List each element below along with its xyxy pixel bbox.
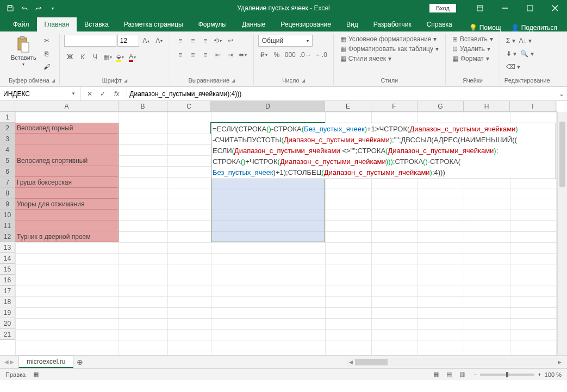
zoom-out-icon[interactable]: −	[473, 371, 477, 378]
ribbon-options-icon[interactable]	[468, 0, 492, 16]
qat-dropdown-icon[interactable]: ▾	[47, 2, 59, 14]
align-top-icon[interactable]: ≡	[175, 35, 186, 47]
close-icon[interactable]	[543, 0, 567, 16]
tab-home[interactable]: Главная	[37, 17, 77, 31]
cell[interactable]	[15, 134, 119, 144]
column-header[interactable]: E	[325, 101, 371, 111]
row-header[interactable]: 15	[0, 264, 15, 275]
decrease-indent-icon[interactable]: ⇤	[212, 49, 224, 61]
font-name-input[interactable]	[64, 35, 116, 47]
row-header[interactable]: 1	[0, 112, 15, 123]
row-header[interactable]: 4	[0, 144, 15, 155]
cell[interactable]: Велосипед горный	[15, 123, 119, 134]
delete-cells-button[interactable]: ⊟Удалить ▾	[450, 45, 495, 53]
zoom-slider[interactable]	[480, 374, 534, 376]
tab-file[interactable]: Файл	[5, 17, 37, 31]
merge-icon[interactable]: ⬌▾	[237, 49, 249, 61]
dialog-launcher-icon[interactable]: ◢	[232, 78, 235, 83]
row-header[interactable]: 20	[0, 318, 15, 329]
macro-record-icon[interactable]: ▦	[33, 371, 39, 378]
page-layout-view-icon[interactable]: ▤	[443, 370, 455, 380]
cell[interactable]: Упоры для отжимания	[15, 199, 119, 210]
tab-data[interactable]: Данные	[234, 17, 273, 31]
row-header[interactable]: 13	[0, 242, 15, 253]
bold-button[interactable]: Ж	[64, 51, 76, 63]
conditional-format-button[interactable]: ▦Условное форматирование ▾	[338, 35, 441, 43]
page-break-view-icon[interactable]: ▥	[456, 370, 468, 380]
row-header[interactable]: 7	[0, 177, 15, 188]
row-header[interactable]: 14	[0, 253, 15, 264]
scroll-left-icon[interactable]: ◀	[346, 359, 355, 365]
cell[interactable]	[15, 188, 119, 199]
decrease-font-icon[interactable]: A▾	[153, 35, 165, 47]
row-header[interactable]: 18	[0, 296, 15, 307]
insert-cells-button[interactable]: ⊞Вставить ▾	[450, 35, 495, 43]
increase-indent-icon[interactable]: ⇥	[225, 49, 236, 61]
align-middle-icon[interactable]: ≡	[187, 35, 199, 47]
row-header[interactable]: 6	[0, 166, 15, 177]
comma-icon[interactable]: 000	[283, 49, 297, 61]
font-color-icon[interactable]: A▾	[127, 51, 139, 63]
tab-insert[interactable]: Вставка	[77, 17, 116, 31]
orientation-icon[interactable]: ⟲▾	[212, 35, 224, 47]
column-header[interactable]: G	[418, 101, 464, 111]
align-bottom-icon[interactable]: ≡	[200, 35, 211, 47]
column-header[interactable]: A	[15, 101, 119, 111]
fill-icon[interactable]: ⬇ ▾	[504, 48, 518, 60]
align-left-icon[interactable]: ≡	[175, 49, 186, 61]
expand-formula-bar-icon[interactable]: ⌄	[556, 90, 567, 98]
dialog-launcher-icon[interactable]: ◢	[124, 78, 127, 83]
normal-view-icon[interactable]: ▦	[430, 370, 442, 380]
column-header[interactable]: F	[371, 101, 418, 111]
cell[interactable]: Турник в дверной проем	[15, 231, 119, 242]
percent-icon[interactable]: %	[271, 49, 283, 61]
autosum-icon[interactable]: Σ ▾	[504, 35, 517, 47]
find-icon[interactable]: 🔍 ▾	[519, 48, 535, 60]
row-header[interactable]: 5	[0, 155, 15, 166]
paste-button[interactable]: Вставить ▾	[9, 35, 39, 68]
horizontal-scrollbar[interactable]: ◀ ▶	[346, 358, 564, 366]
zoom-control[interactable]: − + 100 %	[473, 371, 562, 378]
row-header[interactable]: 10	[0, 210, 15, 220]
row-header[interactable]: 9	[0, 199, 15, 210]
borders-icon[interactable]: ▦▾	[102, 51, 114, 63]
worksheet-grid[interactable]: ABCDEFGHI 123456789101112131415161718192…	[0, 101, 567, 355]
scroll-right-icon[interactable]: ▶	[555, 359, 564, 365]
row-header[interactable]: 2	[0, 123, 15, 134]
minimize-icon[interactable]	[493, 0, 517, 16]
row-header[interactable]: 17	[0, 286, 15, 296]
cell[interactable]	[15, 210, 119, 220]
login-button[interactable]: Вход	[429, 4, 456, 12]
redo-icon[interactable]	[33, 2, 45, 14]
column-header[interactable]: C	[167, 101, 211, 111]
font-size-input[interactable]	[117, 35, 139, 47]
clear-icon[interactable]: ⌫ ▾	[504, 61, 522, 73]
format-cells-button[interactable]: ▦Формат ▾	[450, 54, 495, 63]
name-box-input[interactable]	[2, 89, 69, 99]
save-icon[interactable]	[4, 2, 16, 14]
align-right-icon[interactable]: ≡	[200, 49, 211, 61]
column-header[interactable]: H	[464, 101, 510, 111]
cut-icon[interactable]: ✂	[41, 35, 53, 47]
formula-input[interactable]	[127, 89, 556, 99]
increase-font-icon[interactable]: A▴	[140, 35, 152, 47]
tab-formulas[interactable]: Формулы	[191, 17, 234, 31]
dialog-launcher-icon[interactable]: ◢	[52, 78, 55, 83]
row-header[interactable]: 12	[0, 231, 15, 242]
italic-button[interactable]: К	[77, 51, 89, 63]
sheet-nav[interactable]: ◀▶	[0, 359, 18, 365]
row-header[interactable]: 8	[0, 188, 15, 199]
zoom-in-icon[interactable]: +	[538, 371, 541, 378]
undo-icon[interactable]	[18, 2, 30, 14]
select-all-corner[interactable]	[0, 101, 15, 112]
cell[interactable]	[15, 166, 119, 177]
row-header[interactable]: 21	[0, 329, 15, 340]
cell[interactable]: Велосипед спортивный	[15, 155, 119, 166]
sheet-tab[interactable]: microexcel.ru	[18, 356, 73, 368]
scrollbar-thumb[interactable]	[559, 122, 565, 187]
column-header[interactable]: B	[119, 101, 167, 111]
align-center-icon[interactable]: ≡	[187, 49, 199, 61]
wrap-text-icon[interactable]: ↩	[225, 35, 236, 47]
cancel-formula-icon[interactable]: ✕	[85, 89, 95, 99]
share-button[interactable]: 👤Поделиться	[511, 24, 557, 31]
